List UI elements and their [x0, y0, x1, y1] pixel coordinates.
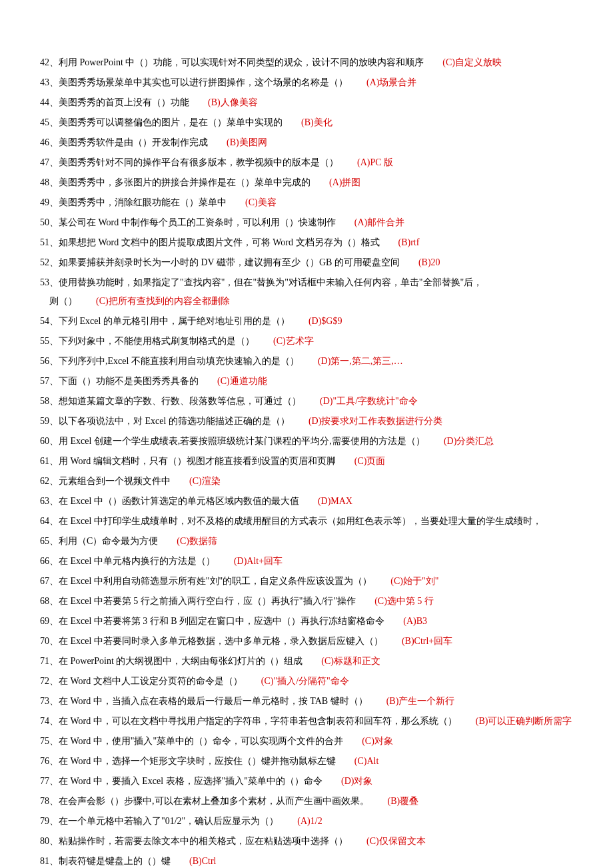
question-item: 69、在 Excel 中若要将第 3 行和 B 列固定在窗口中，应选中（）再执行…	[40, 612, 573, 631]
question-text: 60、用 Excel 创建一个学生成绩表,若要按照班级统计某门课程的平均分,需要…	[40, 436, 425, 446]
question-text: 74、在 Word 中，可以在文档中寻找用户指定的字符串，字符串若包含制表符和回…	[40, 716, 457, 726]
question-item: 62、元素组合到一个视频文件中(C)渲染	[40, 472, 573, 491]
question-text: 53、使用替换功能时，如果指定了"查找内容"，但在"替换为"对话框中未输入任何内…	[40, 277, 482, 287]
question-text: 63、在 Excel 中（）函数计算选定的单元格区域内数值的最大值	[40, 496, 299, 506]
answer-text: (B)人像美容	[208, 97, 258, 107]
question-item: 48、美图秀秀中，多张图片的拼接合并操作是在（）菜单中完成的(A)拼图	[40, 173, 573, 192]
answer-text: (C)美容	[245, 197, 277, 207]
question-item: 71、在 PowerPoint 的大纲视图中，大纲由每张幻灯片的（）组成(C)标…	[40, 652, 573, 671]
answer-text: (B)覆叠	[388, 796, 419, 806]
answer-text: (C)"插入/分隔符"命令	[261, 676, 349, 686]
question-text: 75、在 Word 中，使用"插入"菜单中的（）命令，可以实现两个文件的合并	[40, 736, 343, 746]
answer-text: (B)可以正确判断所需字	[476, 716, 572, 726]
answer-text: (D)$G$9	[308, 316, 342, 326]
question-item: 73、在 Word 中，当插入点在表格的最后一行最后一单元格时，按 TAB 键时…	[40, 692, 573, 711]
question-text: 68、在 Excel 中若要第 5 行之前插入两行空白行，应（）再执行"插入/行…	[40, 596, 356, 606]
question-list: 42、利用 PowerPoint 中（）功能，可以实现针对不同类型的观众，设计不…	[40, 53, 573, 868]
question-item: 74、在 Word 中，可以在文档中寻找用户指定的字符串，字符串若包含制表符和回…	[40, 712, 573, 731]
question-text: 42、利用 PowerPoint 中（）功能，可以实现针对不同类型的观众，设计不…	[40, 57, 424, 67]
answer-text: (B)20	[418, 257, 440, 267]
answer-text: (B)Ctrl+回车	[402, 636, 452, 646]
question-text: 52、如果要捕获并刻录时长为一小时的 DV 磁带，建议拥有至少（）GB 的可用硬…	[40, 257, 400, 267]
answer-text: (D)按要求对工作表数据进行分类	[308, 416, 442, 426]
answer-text: (C)标题和正文	[321, 656, 380, 666]
question-item: 49、美图秀秀中，消除红眼功能在（）菜单中(C)美容	[40, 193, 573, 212]
question-text: 64、在 Excel 中打印学生成绩单时，对不及格的成绩用醒目的方式表示（如用红…	[40, 516, 542, 526]
question-text: 48、美图秀秀中，多张图片的拼接合并操作是在（）菜单中完成的	[40, 177, 310, 187]
question-item: 81、制表符键是键盘上的（）键(B)Ctrl	[40, 852, 573, 868]
question-text: 45、美图秀秀可以调整偏色的图片，是在（）菜单中实现的	[40, 117, 283, 127]
answer-text: (A)拼图	[329, 177, 360, 187]
answer-text: (A)PC 版	[357, 157, 393, 167]
question-item: 51、如果想把 Word 文档中的图片提取成图片文件，可将 Word 文档另存为…	[40, 233, 573, 252]
answer-text: (C)Alt	[354, 756, 379, 766]
question-item: 47、美图秀秀针对不同的操作平台有很多版本，教学视频中的版本是（）(A)PC 版	[40, 153, 573, 172]
question-text: 73、在 Word 中，当插入点在表格的最后一行最后一单元格时，按 TAB 键时…	[40, 696, 368, 706]
answer-text: (C)仅保留文本	[366, 836, 426, 846]
question-item: 42、利用 PowerPoint 中（）功能，可以实现针对不同类型的观众，设计不…	[40, 53, 573, 72]
question-text: 72、在 Word 文档中人工设定分页符的命令是（）	[40, 676, 243, 686]
question-text: 69、在 Excel 中若要将第 3 行和 B 列固定在窗口中，应选中（）再执行…	[40, 616, 384, 626]
answer-text: (C)渲染	[189, 476, 221, 486]
answer-text: (C)艺术字	[273, 336, 314, 346]
question-text: 80、粘贴操作时，若需要去除文本中的相关格式，应在粘贴选项中选择（）	[40, 836, 348, 846]
question-text: 47、美图秀秀针对不同的操作平台有很多版本，教学视频中的版本是（）	[40, 157, 338, 167]
question-item: 52、如果要捕获并刻录时长为一小时的 DV 磁带，建议拥有至少（）GB 的可用硬…	[40, 253, 573, 272]
answer-text: (B)美化	[301, 117, 332, 127]
answer-text: (B)美图网	[227, 137, 267, 147]
answer-text: (A)B3	[403, 616, 427, 626]
question-item: 45、美图秀秀可以调整偏色的图片，是在（）菜单中实现的(B)美化	[40, 113, 573, 132]
answer-text: (C)页面	[354, 456, 386, 466]
question-text: 56、下列序列中,Excel 不能直接利用自动填充快速输入的是（）	[40, 356, 299, 366]
question-text: 71、在 PowerPoint 的大纲视图中，大纲由每张幻灯片的（）组成	[40, 656, 303, 666]
answer-text: (D)第一,第二,第三,…	[318, 356, 403, 366]
question-text: 49、美图秀秀中，消除红眼功能在（）菜单中	[40, 197, 227, 207]
question-text: 57、下面（）功能不是美图秀秀具备的	[40, 376, 199, 386]
question-item: 46、美图秀秀软件是由（）开发制作完成(B)美图网	[40, 133, 573, 152]
question-cont: 则（）	[49, 296, 77, 306]
question-item: 78、在会声会影（）步骤中,可以在素材上叠加多个素材，从而产生画中画效果。(B)…	[40, 792, 573, 811]
question-item: 68、在 Excel 中若要第 5 行之前插入两行空白行，应（）再执行"插入/行…	[40, 592, 573, 611]
question-item: 54、下列 Excel 的单元格引用中，属于绝对地址引用的是（）(D)$G$9	[40, 312, 573, 331]
question-text: 55、下列对象中，不能使用格式刷复制格式的是（）	[40, 336, 255, 346]
question-item: 75、在 Word 中，使用"插入"菜单中的（）命令，可以实现两个文件的合并(C…	[40, 732, 573, 751]
question-text: 77、在 Word 中，要插入 Excel 表格，应选择"插入"菜单中的（）命令	[40, 776, 322, 786]
question-item: 44、美图秀秀的首页上没有（）功能(B)人像美容	[40, 93, 573, 112]
question-item: 57、下面（）功能不是美图秀秀具备的(C)通道功能	[40, 372, 573, 391]
answer-text: (C)通道功能	[217, 376, 267, 386]
answer-text: (B)rtf	[398, 237, 420, 247]
answer-text: (D)MAX	[318, 496, 352, 506]
question-item: 53、使用替换功能时，如果指定了"查找内容"，但在"替换为"对话框中未输入任何内…	[40, 273, 573, 311]
answer-text: (A)场景合并	[366, 77, 416, 87]
question-item: 66、在 Excel 中单元格内换行的方法是（）(D)Alt+回车	[40, 552, 573, 571]
question-item: 58、想知道某篇文章的字数、行数、段落数等信息，可通过（）(D)"工具/字数统计…	[40, 392, 573, 411]
question-text: 79、在一个单元格中若输入了"01/2"，确认后应显示为（）	[40, 816, 279, 826]
question-text: 50、某公司在 Word 中制作每个员工的工资条时，可以利用（）快速制作	[40, 217, 336, 227]
question-text: 78、在会声会影（）步骤中,可以在素材上叠加多个素材，从而产生画中画效果。	[40, 796, 369, 806]
question-item: 43、美图秀秀场景菜单中其实也可以进行拼图操作，这个场景的名称是（）(A)场景合…	[40, 73, 573, 92]
answer-text: (A)邮件合并	[354, 217, 404, 227]
question-item: 59、以下各项说法中，对 Excel 的筛选功能描述正确的是（）(D)按要求对工…	[40, 412, 573, 431]
answer-text: (D)Alt+回车	[234, 556, 283, 566]
answer-text: (D)对象	[341, 776, 372, 786]
question-item: 55、下列对象中，不能使用格式刷复制格式的是（）(C)艺术字	[40, 332, 573, 351]
answer-text: (C)把所有查找到的内容全都删除	[96, 296, 230, 306]
question-item: 67、在 Excel 中利用自动筛选显示所有姓"刘"的职工，自定义条件应该设置为…	[40, 572, 573, 591]
question-item: 72、在 Word 文档中人工设定分页符的命令是（）(C)"插入/分隔符"命令	[40, 672, 573, 691]
question-item: 61、用 Word 编辑文档时，只有（）视图才能直接看到设置的页眉和页脚(C)页…	[40, 452, 573, 471]
question-text: 43、美图秀秀场景菜单中其实也可以进行拼图操作，这个场景的名称是（）	[40, 77, 348, 87]
question-text: 76、在 Word 中，选择一个矩形文字块时，应按住（）键并拖动鼠标左键	[40, 756, 336, 766]
question-text: 70、在 Excel 中若要同时录入多单元格数据，选中多单元格，录入数据后应键入…	[40, 636, 383, 646]
question-item: 70、在 Excel 中若要同时录入多单元格数据，选中多单元格，录入数据后应键入…	[40, 632, 573, 651]
answer-text: (C)对象	[362, 736, 393, 746]
answer-text: (C)始于"刘"	[390, 576, 438, 586]
answer-text: (D)"工具/字数统计"命令	[320, 396, 418, 406]
question-item: 80、粘贴操作时，若需要去除文本中的相关格式，应在粘贴选项中选择（）(C)仅保留…	[40, 832, 573, 851]
question-item: 50、某公司在 Word 中制作每个员工的工资条时，可以利用（）快速制作(A)邮…	[40, 213, 573, 232]
question-text: 67、在 Excel 中利用自动筛选显示所有姓"刘"的职工，自定义条件应该设置为…	[40, 576, 372, 586]
question-text: 65、利用（C）命令最为方便	[40, 536, 158, 546]
answer-text: (B)Ctrl	[189, 856, 216, 866]
question-item: 60、用 Excel 创建一个学生成绩表,若要按照班级统计某门课程的平均分,需要…	[40, 432, 573, 451]
answer-text: (A)1/2	[297, 816, 322, 826]
question-item: 79、在一个单元格中若输入了"01/2"，确认后应显示为（）(A)1/2	[40, 812, 573, 831]
